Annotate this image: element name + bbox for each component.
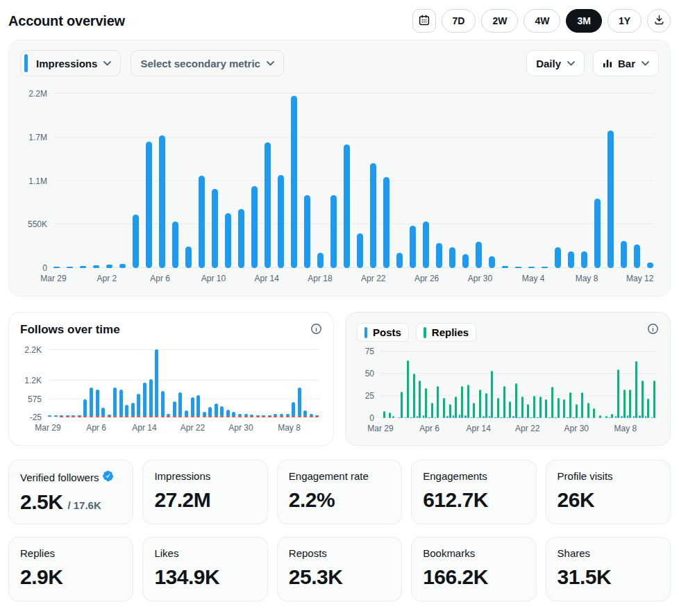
bar-slot (54, 347, 58, 417)
bar-slot (555, 347, 560, 418)
range-3m-button[interactable]: 3M (566, 9, 601, 33)
bar-slot (101, 347, 105, 417)
x-axis-label: Apr 14 (255, 274, 279, 283)
follows-bar (178, 392, 182, 417)
replies-bar (581, 392, 583, 418)
bar-slot (591, 347, 596, 418)
bar-slot (639, 347, 644, 418)
impressions-bar (80, 266, 86, 268)
x-axis-label: Apr 2 (97, 274, 117, 283)
follows-info-button[interactable] (310, 323, 322, 337)
range-4w-button[interactable]: 4W (523, 9, 560, 33)
bar-slot (90, 347, 93, 417)
posts-bar (501, 417, 503, 419)
replies-bar (389, 413, 391, 418)
follows-bar (101, 408, 105, 417)
replies-bar (629, 390, 631, 418)
range-7d-button[interactable]: 7D (442, 9, 476, 33)
range-1y-button[interactable]: 1Y (607, 9, 642, 33)
bar-slot (274, 347, 277, 417)
replies-bar (539, 397, 542, 418)
posts-replies-bar-chart[interactable]: 0255075Mar 29Apr 6Apr 14Apr 22Apr 30May … (357, 346, 659, 436)
posts-bar (405, 417, 407, 419)
unfollows-bar (286, 416, 290, 417)
bar-slot (621, 92, 627, 268)
range-2w-button[interactable]: 2W (481, 9, 518, 33)
follows-bar (54, 415, 58, 417)
unfollows-bar (262, 416, 265, 417)
bar-slot (651, 347, 656, 418)
posts-bar (573, 417, 575, 419)
stat-value: 2.9K (20, 565, 121, 589)
bar-slot (542, 92, 548, 268)
impressions-bar (476, 242, 482, 268)
x-axis-label: Apr 30 (564, 424, 589, 433)
unfollows-bar (215, 416, 218, 417)
stat-value: 25.3K (289, 565, 390, 589)
primary-metric-select[interactable]: Impressions (20, 50, 121, 76)
bar-slot (417, 347, 421, 418)
unfollows-bar (155, 416, 158, 417)
y-axis-label: 0 (369, 413, 374, 423)
bar-slot (317, 92, 324, 268)
bar-slot (178, 347, 182, 417)
replies-bar (533, 396, 535, 418)
bar-slot (137, 347, 140, 417)
posts-color-swatch (364, 327, 367, 338)
bar-slot (220, 347, 224, 417)
stat-label: Impressions (154, 470, 255, 482)
unfollows-bar (167, 416, 170, 417)
legend-posts-chip[interactable]: Posts (357, 323, 409, 342)
download-button[interactable] (647, 9, 671, 33)
bar-slot (428, 347, 433, 418)
legend-replies-chip[interactable]: Replies (416, 323, 476, 342)
posts-replies-info-button[interactable] (647, 323, 659, 337)
follows-bar (137, 394, 140, 417)
bar-slot (633, 347, 638, 418)
impressions-bar (542, 267, 548, 268)
secondary-metric-select[interactable]: Select secondary metric (131, 50, 284, 76)
replies-bar (425, 388, 427, 418)
posts-bar (512, 416, 514, 418)
bar-slot (462, 92, 469, 268)
unfollows-bar (292, 416, 295, 417)
replies-bar (437, 386, 439, 418)
bar-slot (256, 347, 260, 417)
bar-slot (60, 347, 63, 417)
legend-replies-label: Replies (432, 326, 469, 338)
y-axis-label: 2.2M (28, 89, 47, 99)
replies-bar (383, 411, 385, 418)
follows-bar (96, 390, 99, 417)
impressions-bar (53, 267, 60, 268)
impressions-bar (159, 135, 165, 268)
bar-slot (304, 92, 310, 268)
x-axis-label: May 8 (576, 274, 598, 283)
unfollows-bar (96, 416, 99, 417)
bar-slot (597, 347, 602, 418)
follows-bar-chart[interactable]: -255751.2K2.2KMar 29Apr 6Apr 14Apr 22Apr… (20, 345, 322, 435)
calendar-button[interactable] (412, 9, 436, 33)
unfollows-bar (173, 416, 176, 417)
bar-slot (383, 92, 389, 268)
granularity-select[interactable]: Daily (526, 50, 585, 76)
impressions-bar-chart[interactable]: 0550K1.1M1.7M2.2MMar 29Apr 2Apr 6Apr 10A… (20, 88, 659, 286)
replies-bar (473, 403, 475, 418)
chart-type-select[interactable]: Bar (593, 50, 659, 76)
impressions-bar (396, 253, 403, 268)
follows-bar (155, 349, 158, 417)
bar-slot (477, 347, 482, 418)
impressions-bar (199, 176, 205, 268)
posts-bar (645, 416, 647, 418)
x-axis-label: May 4 (522, 274, 545, 283)
replies-bar (647, 399, 649, 418)
bar-slot (459, 347, 464, 418)
unfollows-bar (268, 416, 271, 417)
impressions-bar (344, 144, 350, 268)
bar-slot (645, 347, 650, 418)
x-axis-label: May 12 (626, 274, 653, 283)
unfollows-bar (131, 416, 135, 417)
bar-slot (208, 347, 212, 417)
posts-bar (410, 417, 412, 419)
follows-bar (220, 406, 224, 417)
follows-bar (173, 401, 176, 417)
